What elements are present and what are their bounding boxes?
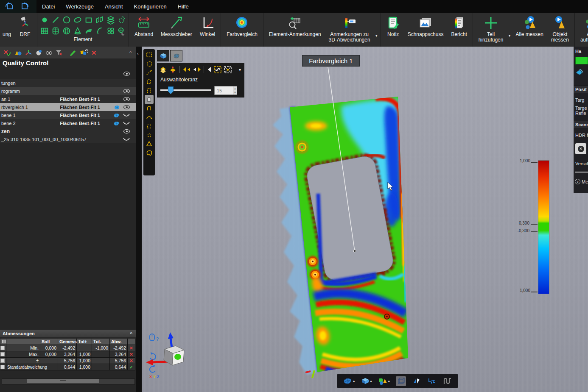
tree-item-ebene1[interactable]: bene 1 Flächen Best-Fit 1 — [0, 111, 136, 119]
visibility-toggle-icon[interactable] — [46, 51, 52, 55]
hdr-mode-label[interactable]: HDR M — [575, 133, 588, 138]
exclude-check-icon[interactable] — [3, 49, 11, 56]
element-line-icon[interactable] — [50, 14, 61, 25]
dimension-row-stddev[interactable]: Standardabweichung 0,644 1,000 0,644 ✓ — [0, 364, 135, 370]
scanner-sync-icon[interactable] — [575, 69, 584, 76]
element-circle-icon[interactable] — [61, 14, 72, 25]
alignment-button[interactable]: ung — [2, 14, 15, 46]
element-point-icon[interactable] — [39, 14, 50, 25]
dimension-row-max[interactable]: Max. 0,000 3,264 1,000 3,264 ✕ — [0, 351, 135, 358]
tolerance-slider[interactable] — [160, 89, 211, 91]
collapse-dimensions-icon[interactable]: ^ — [130, 331, 132, 336]
target-reflect-label-line1[interactable]: Targe — [575, 106, 587, 111]
curve-icon[interactable] — [123, 137, 130, 142]
element-circle-pattern-icon[interactable] — [105, 25, 116, 36]
tolerance-spinner[interactable]: ▲▼ — [233, 86, 237, 95]
shrink-selection-icon[interactable] — [224, 66, 232, 74]
shutter-stop-button[interactable]: ✕ — [575, 143, 586, 154]
layer-diamond-icon[interactable] — [159, 66, 167, 74]
delete-icon[interactable]: ✕ — [91, 50, 97, 56]
select-arch2-icon[interactable] — [145, 86, 154, 95]
tree-root-row[interactable] — [0, 70, 136, 78]
visibility-eye-icon[interactable] — [123, 97, 130, 101]
probe-tool-icon[interactable] — [35, 49, 43, 56]
alle-messen-button[interactable]: Alle messen — [512, 14, 547, 46]
row-checkbox[interactable] — [0, 352, 5, 356]
element-surface-patch-icon[interactable] — [83, 25, 94, 36]
objekt-messen-button[interactable]: Objektmessen — [547, 14, 573, 46]
tree-item-ebene2[interactable]: bene 2 Flächen Best-Fit 1 — [0, 119, 136, 127]
menu-konfigurieren[interactable]: Konfigurieren — [134, 3, 167, 10]
select-dotted-arch-icon[interactable] — [145, 122, 154, 131]
slider-handle[interactable] — [168, 86, 174, 94]
curvature-plot-button[interactable] — [443, 377, 452, 385]
menu-werkzeuge[interactable]: Werkzeuge — [66, 3, 94, 10]
notiz-button[interactable]: Notiz — [383, 14, 404, 46]
alle-aufheben-button[interactable]: Alleaufheben — [577, 14, 588, 46]
element-surface-stack-icon[interactable] — [105, 14, 116, 25]
teil-hinzufuegen-button[interactable]: Teilhinzufügen — [475, 14, 507, 46]
element-anmerkungen-button[interactable]: Element-Anmerkungen — [265, 14, 325, 46]
element-feature-link-icon[interactable] — [116, 25, 127, 36]
mouse-help-icon[interactable]: ? — [150, 334, 159, 342]
farbvergleich-button[interactable]: Farbvergleich — [223, 14, 261, 46]
back-arrow-icon[interactable] — [207, 66, 212, 73]
collapse-panel-icon[interactable]: ‹ — [137, 51, 139, 56]
element-padded-grid-icon[interactable] — [50, 25, 61, 36]
section-tool-button[interactable] — [427, 377, 437, 385]
select-line-icon[interactable] — [145, 68, 154, 77]
prev-selection-icon[interactable] — [182, 66, 191, 73]
anmerkungen-3d-button[interactable]: Anmerkungen zu3D-Abweichungen — [325, 14, 374, 46]
tree-item-program[interactable]: rogramm — [0, 87, 136, 95]
tree-item-farbvergleich1-selected[interactable]: rbvergleich 1 Flächen Best-Fit 1 — [0, 103, 136, 111]
messschieber-button[interactable]: Messschieber — [157, 14, 196, 46]
tree-item-scan1[interactable]: an 1 Flächen Best-Fit 1 — [0, 95, 136, 103]
select-blob-icon[interactable] — [145, 148, 154, 157]
abstand-button[interactable]: Abstand — [131, 14, 157, 46]
dimension-row-min[interactable]: Min. 0,000 -2,492 -1,000 -2,492 ✕ — [0, 345, 135, 351]
element-cone-icon[interactable] — [72, 25, 83, 36]
expand-selection-icon[interactable] — [213, 66, 222, 74]
teil-dropdown[interactable]: ▾ — [508, 33, 510, 38]
select-freeform-icon[interactable] — [145, 59, 154, 68]
scan-section-header[interactable]: Scann — [574, 121, 588, 128]
tab-3d-scene[interactable] — [157, 50, 169, 61]
display-objects-button[interactable]: ▴ — [378, 377, 390, 385]
rotate-ccw-icon[interactable] — [150, 365, 155, 373]
menu-hilfe[interactable]: Hilfe — [178, 3, 189, 10]
mirror-plane-button[interactable] — [412, 377, 421, 385]
compress-diamond-icon[interactable] — [169, 66, 177, 74]
element-plane-pair-icon[interactable] — [94, 14, 105, 25]
row-checkbox[interactable] — [0, 359, 5, 363]
shading-mode-button[interactable]: ▴ — [361, 377, 372, 385]
element-grid-icon[interactable] — [39, 25, 50, 36]
select-arch3-icon[interactable] — [145, 104, 154, 113]
element-arc-icon[interactable] — [94, 25, 105, 36]
select-arch-active-icon[interactable] — [145, 95, 154, 104]
visibility-eye-icon[interactable] — [123, 105, 130, 109]
rotate-cw-icon[interactable] — [150, 352, 156, 360]
edit-pencil-icon[interactable] — [69, 49, 77, 56]
reload-alt-icon[interactable] — [19, 2, 30, 11]
panel-divider[interactable]: ‹ — [136, 47, 142, 392]
annotation-label-farbvergleich[interactable]: Farbvergleich 1 — [302, 55, 360, 67]
shapes-filter-icon[interactable] — [14, 49, 22, 56]
select-curve-icon[interactable] — [145, 113, 154, 122]
visibility-eye-icon[interactable] — [123, 89, 130, 93]
menu-ansicht[interactable]: Ansicht — [105, 3, 123, 10]
element-pointcloud-icon[interactable] — [116, 14, 127, 25]
scrollbar-thumb[interactable] — [27, 379, 99, 383]
tree-item-alignments[interactable]: tungen — [0, 79, 136, 87]
menu-datei[interactable]: Datei — [42, 3, 55, 10]
collapse-tree-toolbar-icon[interactable]: ^ — [129, 50, 132, 55]
targets-label[interactable]: Targ — [575, 97, 584, 103]
element-rectangle-icon[interactable] — [83, 14, 94, 25]
tolerance-input[interactable] — [215, 86, 233, 95]
anmerkungen-3d-dropdown[interactable]: ▾ — [375, 33, 378, 38]
element-ellipse-icon[interactable] — [72, 14, 83, 25]
tree-item-cad-reference[interactable]: _25-310-1935-101_000_00_1000406157 — [0, 135, 136, 143]
visibility-eye-icon[interactable] — [123, 129, 130, 133]
dimensions-header[interactable]: Abmessungen ^ — [0, 330, 136, 337]
select-arch-icon[interactable] — [145, 77, 154, 86]
axis-triad-icon[interactable] — [25, 49, 32, 56]
